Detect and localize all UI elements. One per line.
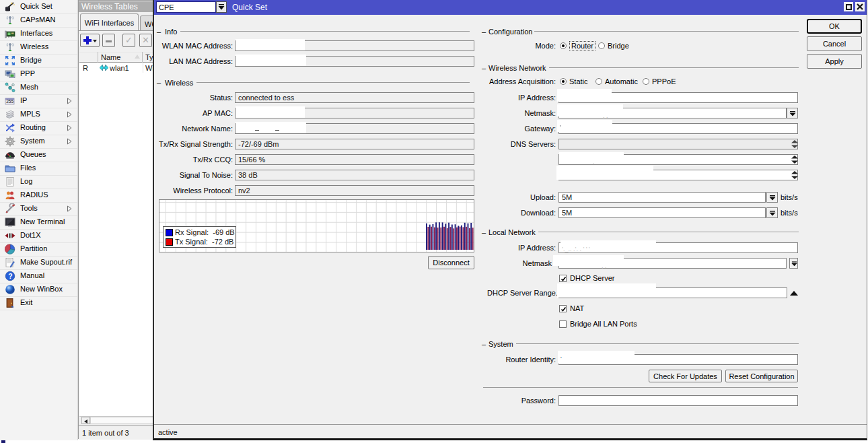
svg-text:?: ? bbox=[8, 272, 12, 280]
